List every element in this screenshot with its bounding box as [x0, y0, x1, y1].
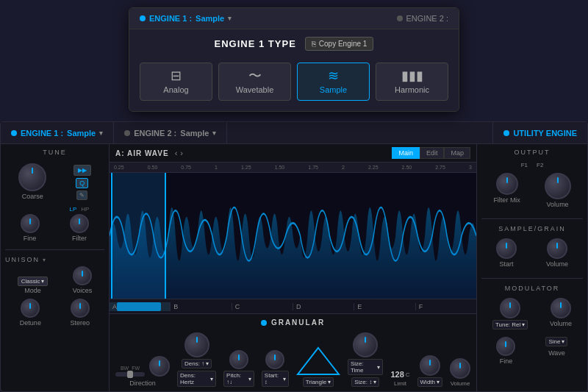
ruler-mark: 1.50	[275, 165, 285, 170]
nav-next-icon[interactable]: ›	[180, 149, 183, 157]
output-knobs-row: Filter Mix Volume	[481, 173, 583, 208]
segment-b[interactable]: B	[171, 303, 232, 310]
start-knob[interactable]	[265, 350, 284, 369]
detune-knob[interactable]	[21, 299, 40, 318]
type-analog-button[interactable]: ⊟ Analog	[140, 63, 212, 101]
ruler-marks: 0.25 0.50 0.75 1 1.25 1.50 1.75 2 2.25 2…	[112, 165, 473, 170]
width-chevron-icon: ▾	[437, 379, 440, 385]
coarse-knob[interactable]	[18, 163, 46, 191]
engine2-tab[interactable]: ENGINE 2 :	[397, 14, 448, 23]
utility-label: UTILITY ENGINE	[513, 129, 577, 138]
start-label: Start: ↕	[265, 372, 282, 385]
size-knob[interactable]	[353, 332, 378, 357]
fine-knob[interactable]	[21, 214, 40, 233]
granular-header: GRANULAR	[115, 318, 470, 327]
tab-main[interactable]: Main	[392, 147, 420, 159]
type-harmonic-button[interactable]: ▮▮▮ Harmonic	[376, 63, 448, 101]
stereo-knob[interactable]	[71, 299, 90, 318]
segment-a[interactable]: A	[110, 302, 171, 311]
sample-grain-knobs-row: Start Volume	[481, 238, 583, 268]
dens-dropdown[interactable]: Dens: ↑ ▾	[182, 359, 212, 368]
start-grain-knob[interactable]	[496, 238, 517, 259]
q-button[interactable]: Q	[76, 178, 88, 188]
main-engine1-tab[interactable]: ENGINE 1 : Sample ▾	[1, 122, 114, 143]
voices-knob[interactable]	[73, 266, 92, 285]
ruler-mark: 0.75	[181, 165, 191, 170]
gran-volume-knob[interactable]	[450, 358, 470, 379]
filter-knob-group: LP HP Filter	[70, 206, 90, 242]
triangle-dropdown[interactable]: Triangle ▾	[303, 377, 334, 387]
size-time-dropdown[interactable]: Size: Time ▾	[348, 359, 383, 375]
f1-label: F1	[521, 162, 528, 168]
utility-engine-tab[interactable]: UTILITY ENGINE	[492, 122, 587, 143]
sample-label: Sample	[320, 85, 347, 94]
left-panel: TUNE Coarse ▶▶ Q ✎	[1, 144, 110, 391]
triangle-shape-svg	[296, 346, 340, 376]
engine2-power-icon	[397, 15, 403, 21]
sine-dropdown[interactable]: Sine ▾	[545, 337, 567, 346]
size2-dropdown[interactable]: Size: ↕ ▾	[351, 377, 379, 387]
dens-hertz-dropdown[interactable]: Dens: Hertz ▾	[177, 371, 216, 387]
filter-mix-knob[interactable]	[496, 173, 518, 195]
middle-panel: A: AIR WAVE ‹ › Main Edit Map 0.25 0.50 …	[110, 144, 477, 391]
fine-label: Fine	[24, 235, 37, 242]
fine-mod-knob[interactable]	[496, 337, 515, 356]
tab-edit[interactable]: Edit	[420, 147, 445, 159]
nav-arrows: ‹ ›	[175, 149, 183, 157]
start-knob-group: Start: ↕ ▾	[262, 350, 289, 387]
nav-prev-icon[interactable]: ‹	[175, 149, 178, 157]
mode-select-group: Classic ▾ Mode	[18, 277, 49, 294]
filter-knob[interactable]	[70, 214, 89, 233]
segment-a-marker	[117, 302, 161, 311]
mode-dropdown[interactable]: Classic ▾	[18, 277, 49, 286]
width-knob[interactable]	[420, 355, 440, 376]
modulator-wave-row: Fine Sine ▾ Wave	[481, 337, 583, 365]
vol-grain-knob[interactable]	[547, 238, 567, 259]
pitch-dropdown[interactable]: Pitch: ↑↓ ▾	[223, 371, 254, 387]
pitch-label: Pitch: ↑↓	[226, 372, 247, 385]
tune-title: TUNE	[5, 149, 104, 156]
segment-c[interactable]: C	[232, 303, 293, 310]
detune-stereo-row: Detune Stereo	[5, 299, 104, 327]
pitch-knob[interactable]	[229, 350, 248, 369]
tune-top-row: Coarse ▶▶ Q ✎	[5, 160, 104, 200]
main-engine2-tab[interactable]: ENGINE 2 : Sample ▾	[114, 122, 227, 143]
direction-knob[interactable]	[149, 356, 170, 377]
waveform-display[interactable]	[110, 173, 476, 299]
main-engine1-type: Sample	[67, 129, 96, 138]
dens-knob-group: Dens: ↑ ▾ Dens: Hertz ▾	[177, 332, 216, 387]
output-title: OUTPUT	[481, 149, 583, 156]
detune-knob-group: Detune	[20, 299, 41, 327]
granular-controls: BW FW Direction	[115, 332, 470, 387]
segment-e[interactable]: E	[354, 303, 415, 310]
mod-vol-knob[interactable]	[551, 298, 571, 318]
edit-button[interactable]: ✎	[76, 190, 87, 200]
type-wavetable-button[interactable]: 〜 Wavetable	[218, 63, 291, 101]
bw-slider[interactable]	[115, 372, 145, 377]
ruler-mark: 0.50	[148, 165, 158, 170]
modulator-title: MODULATOR	[481, 285, 583, 292]
width-dropdown[interactable]: Width ▾	[417, 377, 442, 387]
tab-map[interactable]: Map	[444, 147, 470, 159]
tune-rel-knob-group: Tune: Rel ▾	[492, 298, 528, 329]
segment-d[interactable]: D	[293, 303, 354, 310]
start-dropdown[interactable]: Start: ↕ ▾	[262, 371, 289, 387]
tune-display[interactable]: ▶▶	[74, 165, 91, 176]
dens-knob[interactable]	[184, 332, 209, 357]
main-engine1-label: ENGINE 1 :	[21, 129, 63, 138]
segment-f[interactable]: F	[416, 303, 476, 310]
engine1-tab[interactable]: ENGINE 1 : Sample ▾	[140, 14, 232, 23]
segment-d-label: D	[296, 303, 301, 310]
output-volume-knob[interactable]	[545, 173, 571, 199]
copy-engine-button[interactable]: ⎘ Copy Engine 1	[305, 37, 374, 51]
tune-rel-knob[interactable]	[500, 298, 520, 318]
wave-label: Wave	[548, 349, 565, 357]
lp-hp-labels: LP HP	[70, 206, 90, 213]
ruler-mark: 1	[215, 165, 218, 170]
type-sample-button[interactable]: ≋ Sample	[297, 63, 370, 101]
harmonic-label: Harmonic	[395, 85, 429, 94]
tune-rel-dropdown[interactable]: Tune: Rel ▾	[492, 320, 528, 329]
analog-label: Analog	[163, 85, 188, 94]
engine-type-popup: ENGINE 1 : Sample ▾ ENGINE 2 : ENGINE 1 …	[129, 7, 459, 112]
unison-title: UNISON	[5, 256, 40, 263]
